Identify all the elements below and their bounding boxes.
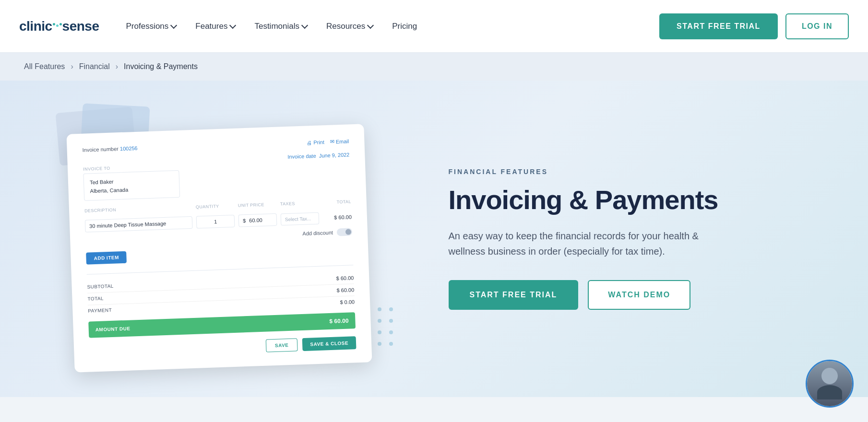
email-label: Email	[336, 138, 349, 144]
discount-toggle[interactable]	[337, 228, 353, 236]
invoice-actions: 🖨 Print ✉ Email	[307, 138, 349, 146]
feature-title: Invoicing & Payments	[449, 185, 830, 215]
nav-item-pricing[interactable]: Pricing	[384, 18, 425, 35]
nav-items: Professions Features Testimonials Resour…	[119, 18, 660, 35]
hero-start-trial-button[interactable]: START FREE TRIAL	[449, 280, 579, 310]
avatar-bubble[interactable]	[806, 360, 854, 408]
unit-price-input[interactable]: $ 60.00	[238, 213, 277, 227]
breadcrumb-separator-2: ›	[116, 62, 118, 71]
invoice-card: Invoice number 100256 🖨 Print ✉ Email In…	[67, 124, 372, 373]
discount-label: Add discount	[302, 230, 333, 236]
dot-12	[389, 319, 393, 323]
logo-dot-2	[56, 24, 59, 27]
subtotal-value: $ 60.00	[336, 275, 354, 281]
subtotal-label: SUBTOTAL	[87, 283, 114, 290]
nav-item-pricing-label: Pricing	[392, 22, 417, 31]
nav-item-features[interactable]: Features	[188, 18, 243, 35]
total-label: TOTAL	[88, 296, 104, 302]
logo[interactable]: clinicsense	[19, 19, 99, 34]
dot-24	[389, 342, 393, 346]
breadcrumb-financial[interactable]: Financial	[79, 62, 110, 71]
save-button[interactable]: SAVE	[266, 339, 298, 352]
invoice-number-label: Invoice number 100256	[83, 145, 138, 153]
nav-item-resources-label: Resources	[326, 22, 365, 31]
chevron-down-icon	[367, 22, 374, 29]
invoice-to-box: Ted Baker Alberta, Canada	[83, 170, 180, 201]
col-description: DESCRIPTION	[84, 205, 192, 214]
dot-23	[378, 342, 381, 346]
print-label: Print	[313, 139, 324, 145]
add-item-button[interactable]: ADD ITEM	[86, 251, 127, 265]
breadcrumb-separator-1: ›	[71, 62, 73, 71]
chevron-down-icon	[301, 22, 308, 29]
amount-due-row: AMOUNT DUE $ 60.00	[88, 313, 356, 338]
feature-description: An easy way to keep the financial record…	[449, 228, 717, 259]
watch-demo-button[interactable]: WATCH DEMO	[588, 280, 690, 310]
nav-item-features-label: Features	[195, 22, 227, 31]
tax-select[interactable]: Select Tax...	[281, 212, 320, 226]
breadcrumb-current: Invoicing & Payments	[124, 62, 198, 71]
col-total: TOTAL	[322, 199, 351, 205]
col-taxes: TAXES	[280, 200, 319, 207]
row-total: $ 60.00	[323, 214, 352, 221]
nav-right: START FREE TRIAL LOG IN	[659, 13, 849, 39]
avatar-body	[817, 385, 842, 399]
chevron-down-icon	[170, 22, 177, 29]
dot-17	[378, 330, 381, 334]
save-close-button[interactable]: SAVE & CLOSE	[302, 337, 357, 352]
quantity-input[interactable]: 1	[196, 215, 235, 229]
logo-dot-1	[53, 23, 55, 25]
invoice-number-value: 100256	[120, 145, 138, 152]
print-button[interactable]: 🖨 Print	[307, 139, 324, 146]
total-value: $ 60.00	[337, 287, 355, 293]
payment-label: PAYMENT	[88, 307, 112, 314]
payment-value: $ 0.00	[340, 299, 355, 305]
hero-content: FINANCIAL FEATURES Invoicing & Payments …	[410, 158, 830, 310]
start-free-trial-button[interactable]: START FREE TRIAL	[659, 13, 778, 39]
navbar: clinicsense Professions Features Testimo…	[0, 0, 868, 53]
avatar-head	[821, 368, 838, 384]
price-value: 60.00	[249, 217, 262, 223]
description-input[interactable]: 30 minute Deep Tissue Massage	[85, 217, 193, 233]
email-button[interactable]: ✉ Email	[330, 138, 349, 145]
nav-item-professions[interactable]: Professions	[119, 18, 184, 35]
dot-6	[389, 307, 393, 311]
main-content: Invoice number 100256 🖨 Print ✉ Email In…	[0, 81, 868, 397]
amount-due-value: $ 60.00	[329, 317, 349, 325]
dot-11	[378, 319, 381, 323]
logo-dot-3	[59, 23, 62, 25]
breadcrumb-all-features[interactable]: All Features	[24, 62, 65, 71]
invoice-totals: SUBTOTAL $ 60.00 TOTAL $ 60.00 PAYMENT $…	[87, 272, 355, 317]
amount-due-label: AMOUNT DUE	[95, 326, 131, 333]
price-symbol: $	[243, 218, 246, 224]
invoice-header: Invoice number 100256 🖨 Print ✉ Email	[83, 138, 349, 153]
dot-5	[378, 307, 381, 311]
cta-buttons: START FREE TRIAL WATCH DEMO	[449, 280, 830, 310]
logo-text: clinicsense	[19, 19, 99, 34]
login-button[interactable]: LOG IN	[785, 13, 849, 39]
logo-dots	[53, 23, 62, 27]
nav-item-professions-label: Professions	[126, 22, 169, 31]
breadcrumb: All Features › Financial › Invoicing & P…	[0, 53, 868, 81]
invoice-number-section: Invoice number 100256	[83, 145, 138, 153]
dot-18	[389, 330, 393, 334]
col-unit-price: UNIT PRICE	[238, 202, 276, 208]
chevron-down-icon	[229, 22, 236, 29]
hero-illustration: Invoice number 100256 🖨 Print ✉ Email In…	[29, 100, 410, 367]
avatar-inner	[807, 361, 852, 406]
nav-item-resources[interactable]: Resources	[319, 18, 380, 35]
invoice-footer: SAVE SAVE & CLOSE	[89, 337, 357, 359]
feature-category: FINANCIAL FEATURES	[449, 168, 830, 176]
nav-item-testimonials[interactable]: Testimonials	[247, 18, 315, 35]
nav-item-testimonials-label: Testimonials	[254, 22, 299, 31]
col-quantity: QUANTITY	[196, 203, 234, 210]
